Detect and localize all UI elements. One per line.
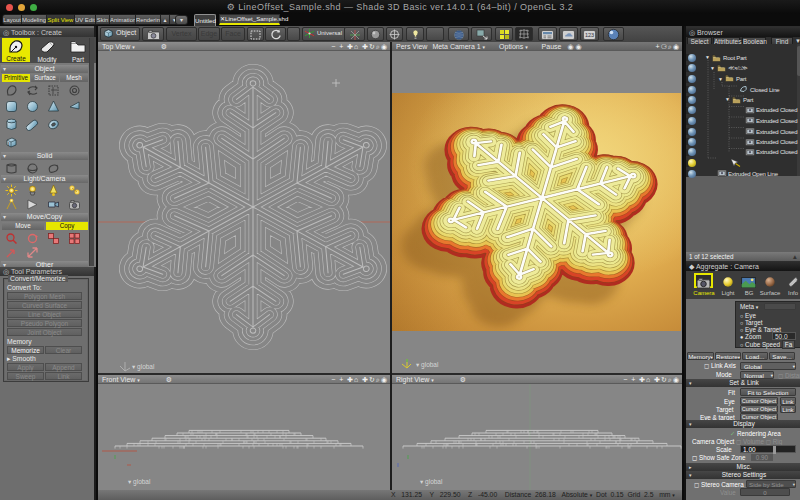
svg-text:I: I	[8, 141, 9, 147]
svg-text:123: 123	[585, 32, 594, 38]
